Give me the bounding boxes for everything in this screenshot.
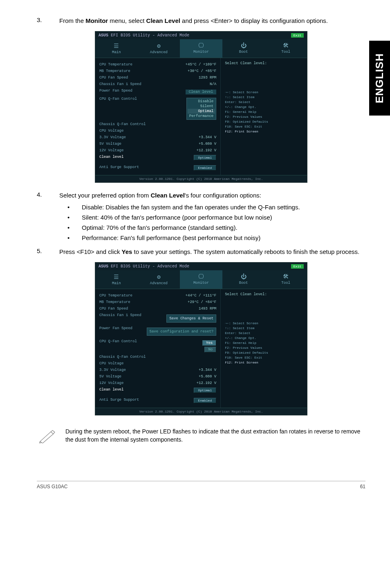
bios-left-panel: CPU Temperature+45°C / +109°F MB Tempera… <box>95 58 220 175</box>
tab-monitor[interactable]: 🖵Monitor <box>180 270 222 289</box>
bios-footer: Version 2.00.1201. Copyright (C) 2010 Am… <box>95 408 307 415</box>
bullet-disable: •Disable: Disables the fan system and th… <box>67 204 365 211</box>
bios-screenshot-2: ASUS EFI BIOS Utility - Advanced Mode Ex… <box>95 262 307 415</box>
gear-icon: ⚙ <box>138 274 180 281</box>
note-text: During the system reboot, the Power LED … <box>65 428 365 444</box>
step-4: 4. Select your preferred option from Cle… <box>37 191 365 241</box>
bios-footer: Version 2.00.1201. Copyright (C) 2010 Am… <box>95 175 307 182</box>
power-icon: ⏻ <box>222 274 265 280</box>
bios-right-panel: Select Clean level: →←: Select Screen ↑↓… <box>220 58 307 175</box>
step-text: From the Monitor menu, select Clean Leve… <box>59 16 365 25</box>
tab-advanced[interactable]: ⚙Advanced <box>138 270 180 289</box>
anti-surge-value[interactable]: Enabled <box>194 398 217 403</box>
save-dialog-msg: Save configuration and reset? <box>147 328 217 336</box>
clean-level-dropdown[interactable]: Disable Silent Optimal Performance <box>186 98 216 120</box>
clean-level-header: Clean level <box>186 90 216 94</box>
bios-tabs: ☰Main ⚙Advanced 🖵Monitor ⏻Boot 🛠Tool <box>95 39 307 58</box>
tab-tool[interactable]: 🛠Tool <box>264 270 307 289</box>
bios-left-panel: CPU Temperature+44°C / +111°F MB Tempera… <box>95 289 220 408</box>
bullet-optimal: •Optimal: 70% of the fan's performance (… <box>67 224 365 231</box>
page-footer: ASUS G10AC 61 <box>37 481 365 489</box>
step-number: 3. <box>37 16 47 25</box>
option-optimal[interactable]: Optimal <box>188 109 215 114</box>
tool-icon: 🛠 <box>264 274 307 280</box>
step-number: 4. <box>37 191 47 200</box>
tab-monitor[interactable]: 🖵Monitor <box>180 39 222 58</box>
tab-boot[interactable]: ⏻Boot <box>222 270 265 289</box>
step-5: 5. Press <F10> and click Yes to save you… <box>37 247 365 256</box>
list-icon: ☰ <box>95 43 138 49</box>
bios-tabs: ☰Main ⚙Advanced 🖵Monitor ⏻Boot 🛠Tool <box>95 270 307 289</box>
bios-titlebar: ASUS EFI BIOS Utility - Advanced Mode Ex… <box>95 263 307 270</box>
step-3: 3. From the Monitor menu, select Clean L… <box>37 16 365 25</box>
list-icon: ☰ <box>95 274 138 281</box>
tab-boot[interactable]: ⏻Boot <box>222 39 265 58</box>
exit-button[interactable]: Exit <box>291 33 304 38</box>
help-title: Select Clean level: <box>225 61 303 65</box>
footer-left: ASUS G10AC <box>37 484 67 489</box>
monitor-icon: 🖵 <box>180 274 222 280</box>
page-number: 61 <box>360 484 365 489</box>
bios-screenshot-1: ASUS EFI BIOS Utility - Advanced Mode Ex… <box>95 31 307 183</box>
tab-main[interactable]: ☰Main <box>95 270 138 289</box>
option-disable[interactable]: Disable <box>188 99 215 104</box>
monitor-icon: 🖵 <box>180 43 222 49</box>
step-text: Select your preferred option from Clean … <box>59 191 365 200</box>
language-tab: ENGLISH <box>369 41 390 116</box>
bios-titlebar: ASUS EFI BIOS Utility - Advanced Mode Ex… <box>95 31 307 39</box>
help-keys: →←: Select Screen ↑↓: Select Item Enter:… <box>225 321 303 365</box>
anti-surge-value[interactable]: Enabled <box>194 165 217 171</box>
clean-level-value[interactable]: Optimal <box>194 155 217 160</box>
yes-button[interactable]: Yes <box>202 340 216 346</box>
note: During the system reboot, the Power LED … <box>37 428 365 444</box>
note-icon <box>37 428 57 444</box>
no-button[interactable]: No <box>204 347 216 352</box>
tab-main[interactable]: ☰Main <box>95 39 138 58</box>
step-number: 5. <box>37 247 47 256</box>
tab-tool[interactable]: 🛠Tool <box>264 39 307 58</box>
bullet-performance: •Performance: Fan's full performance (be… <box>67 234 365 241</box>
option-silent[interactable]: Silent <box>188 104 215 109</box>
step-text: Press <F10> and click Yes to save your s… <box>59 247 365 256</box>
bios-right-panel: Select Clean level: →←: Select Screen ↑↓… <box>220 289 307 408</box>
help-keys: →←: Select Screen ↑↓: Select Item Enter:… <box>225 90 303 134</box>
help-title: Select Clean level: <box>225 292 303 296</box>
bullet-silent: •Silent: 40% of the fan's performance (p… <box>67 214 365 221</box>
tab-advanced[interactable]: ⚙Advanced <box>138 39 180 58</box>
gear-icon: ⚙ <box>138 43 180 49</box>
power-icon: ⏻ <box>222 43 265 49</box>
clean-level-value[interactable]: Optimal <box>194 388 217 393</box>
exit-button[interactable]: Exit <box>291 264 304 269</box>
save-dialog: Save Changes & Reset <box>166 314 216 323</box>
option-performance[interactable]: Performance <box>188 114 215 119</box>
tool-icon: 🛠 <box>264 43 307 49</box>
